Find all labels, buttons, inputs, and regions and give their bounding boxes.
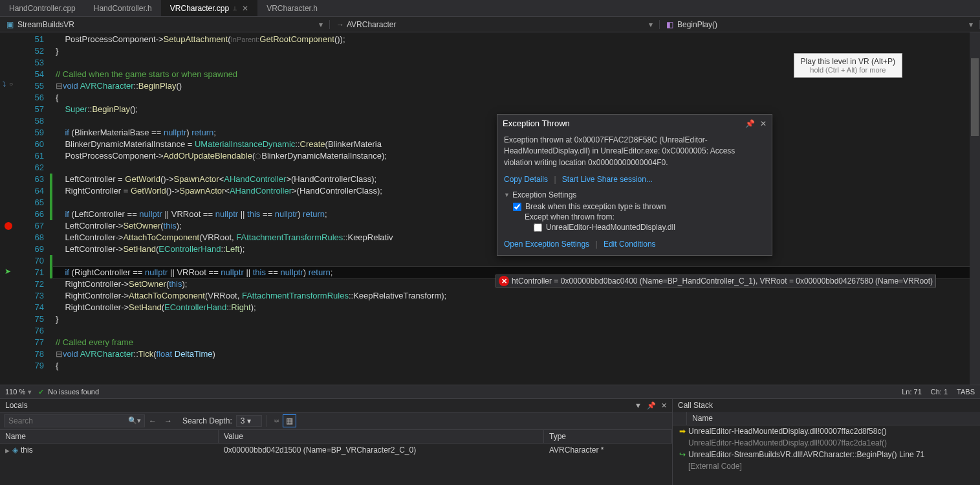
filter-icon[interactable]: ⎃ (270, 416, 283, 425)
chevron-down-icon[interactable]: ▼ (635, 401, 642, 409)
play-vr-tooltip: Play this level in VR (Alt+P) hold (Ctrl… (794, 53, 902, 78)
search-input[interactable] (4, 414, 145, 427)
vertical-scrollbar[interactable] (970, 32, 980, 385)
view-toggle-icon[interactable]: ▦ (283, 414, 296, 427)
project-icon: ▣ (6, 20, 14, 29)
col-value[interactable]: Value (219, 430, 544, 443)
nav-class[interactable]: →AVRCharacter▾ (330, 20, 660, 29)
code-line[interactable]: RightController->AttachToComponent(VRRoo… (53, 290, 980, 302)
break-checkbox[interactable]: Break when this exception type is thrown (513, 202, 765, 211)
close-icon[interactable]: ✕ (242, 4, 248, 13)
expand-icon[interactable]: ▶ (5, 447, 10, 454)
locals-panel: Locals ▼ 📌 ✕ 🔍▾ ← → Search Depth: 3 ▾ ⎃ … (0, 399, 673, 485)
issues-label: No issues found (48, 388, 99, 396)
callstack-row[interactable]: [External Code] (673, 460, 980, 472)
chevron-down-icon: ▾ (319, 20, 323, 29)
callstack-panel: Call Stack Name ➡UnrealEditor-HeadMounte… (673, 399, 980, 485)
copy-details-link[interactable]: Copy Details (504, 175, 548, 184)
close-icon[interactable]: ✕ (760, 119, 767, 128)
pin-icon[interactable]: 📌 (745, 119, 755, 128)
document-tabs: HandController.cpp HandController.h VRCh… (0, 0, 980, 17)
nav-back-button[interactable]: ← (145, 416, 160, 425)
variable-icon: ◈ (12, 446, 18, 455)
editor-margin[interactable]: ⤵○➤ (0, 32, 17, 385)
tooltip-title: Play this level in VR (Alt+P) (801, 57, 895, 66)
line-numbers: 5152535455565758596061626364656667686970… (17, 32, 49, 385)
callstack-rows: ➡UnrealEditor-HeadMountedDisplay.dll!000… (673, 425, 980, 472)
callstack-header: Name (673, 412, 980, 425)
code-line[interactable]: { (53, 360, 980, 372)
code-editor[interactable]: ⤵○➤ 515253545556575859606162636465666768… (0, 32, 980, 385)
callstack-row[interactable]: UnrealEditor-HeadMountedDisplay.dll!0000… (673, 437, 980, 449)
locals-search[interactable]: 🔍▾ (4, 414, 145, 427)
chevron-down-icon[interactable]: ▼ (504, 192, 510, 198)
arrow-right-icon: → (336, 20, 344, 29)
code-line[interactable]: { (53, 92, 980, 104)
error-icon: ✕ (499, 276, 509, 286)
callstack-row[interactable]: ↪UnrealEditor-StreamBuildsVR.dll!AVRChar… (673, 449, 980, 460)
exception-popup: Exception Thrown 📌 ✕ Exception thrown at… (497, 114, 772, 256)
tabs-indicator[interactable]: TABS (957, 388, 975, 396)
callstack-title: Call Stack (678, 401, 713, 410)
breakpoint[interactable] (5, 222, 12, 230)
live-share-link[interactable]: Start Live Share session... (562, 175, 653, 184)
tab-handcontroller-cpp[interactable]: HandController.cpp (0, 0, 85, 16)
chevron-down-icon: ▾ (969, 20, 973, 29)
tab-vrcharacter-cpp[interactable]: VRCharacter.cpp⟂✕ (161, 0, 257, 16)
col-indicator[interactable]: Ch: 1 (931, 388, 948, 396)
locals-toolbar: 🔍▾ ← → Search Depth: 3 ▾ ⎃ ▦ (0, 412, 672, 430)
code-line[interactable]: ⊟void AVRCharacter::Tick(float DeltaTime… (53, 348, 980, 360)
except-dll-checkbox[interactable]: UnrealEditor-HeadMountedDisplay.dll (534, 223, 675, 232)
datatip-text: htController = 0x00000bbd0bac0400 (Name=… (512, 276, 933, 286)
zoom-level[interactable]: 110 % ▾ (5, 388, 32, 396)
code-lens-icon[interactable]: ⤵ (3, 80, 6, 87)
method-icon: ◧ (666, 20, 673, 29)
col-name[interactable]: Name (687, 412, 980, 425)
col-type[interactable]: Type (544, 430, 672, 443)
callstack-row[interactable]: ➡UnrealEditor-HeadMountedDisplay.dll!000… (673, 425, 980, 437)
open-exception-settings-link[interactable]: Open Exception Settings (504, 240, 589, 249)
edit-conditions-link[interactable]: Edit Conditions (604, 240, 656, 249)
check-icon: ✔ (38, 388, 44, 396)
locals-header: Name Value Type (0, 430, 672, 444)
tooltip-sub: hold (Ctrl + Alt) for more (801, 66, 895, 74)
pin-icon[interactable]: ⟂ (233, 5, 237, 12)
code-line[interactable]: ⊟void AVRCharacter::BeginPlay() (53, 80, 980, 92)
tab-vrcharacter-h[interactable]: VRCharacter.h (257, 0, 327, 16)
pin-icon[interactable]: 📌 (647, 401, 656, 410)
col-name[interactable]: Name (0, 430, 219, 443)
chevron-down-icon: ▾ (28, 388, 32, 396)
close-icon[interactable]: ✕ (661, 401, 667, 410)
chevron-down-icon: ▾ (649, 20, 653, 29)
nav-project[interactable]: ▣StreamBuildsVR▾ (0, 20, 330, 29)
exception-settings-header: Exception Settings (512, 190, 576, 199)
exception-title: Exception Thrown (503, 118, 570, 128)
status-bar: 110 % ▾ ✔ No issues found Ln: 71 Ch: 1 T… (0, 385, 980, 398)
code-line[interactable]: PostProcessComponent->SetupAttachment(In… (53, 34, 980, 45)
nav-member[interactable]: ◧BeginPlay()▾ (660, 20, 980, 29)
code-line[interactable]: } (53, 313, 980, 325)
bottom-panels: Locals ▼ 📌 ✕ 🔍▾ ← → Search Depth: 3 ▾ ⎃ … (0, 398, 980, 485)
execution-arrow-icon: ➤ (5, 267, 11, 276)
scrollbar-thumb[interactable] (971, 58, 979, 136)
locals-rows: ▶◈this0x00000bbd042d1500 (Name=BP_VRChar… (0, 444, 672, 457)
line-indicator[interactable]: Ln: 71 (902, 388, 922, 396)
depth-select[interactable]: 3 ▾ (236, 415, 262, 427)
code-line[interactable]: RightController->SetHand(EControllerHand… (53, 302, 980, 313)
locals-title: Locals (5, 401, 28, 410)
nav-fwd-button[interactable]: → (160, 416, 176, 425)
depth-label: Search Depth: (182, 416, 232, 425)
code-line[interactable]: // Called every frame (53, 337, 980, 348)
navigation-bar: ▣StreamBuildsVR▾ →AVRCharacter▾ ◧BeginPl… (0, 17, 980, 32)
locals-row[interactable]: ▶◈this0x00000bbd042d1500 (Name=BP_VRChar… (0, 444, 672, 457)
debug-datatip: ✕ htController = 0x00000bbd0bac0400 (Nam… (495, 275, 936, 288)
tab-handcontroller-h[interactable]: HandController.h (85, 0, 161, 16)
exception-message: Exception thrown at 0x00007FFAC2D8F58C (… (497, 132, 772, 174)
code-line[interactable] (53, 255, 980, 267)
except-from-label: Except when thrown from: (525, 212, 765, 221)
search-icon[interactable]: 🔍▾ (128, 416, 141, 425)
code-line[interactable] (53, 325, 980, 337)
